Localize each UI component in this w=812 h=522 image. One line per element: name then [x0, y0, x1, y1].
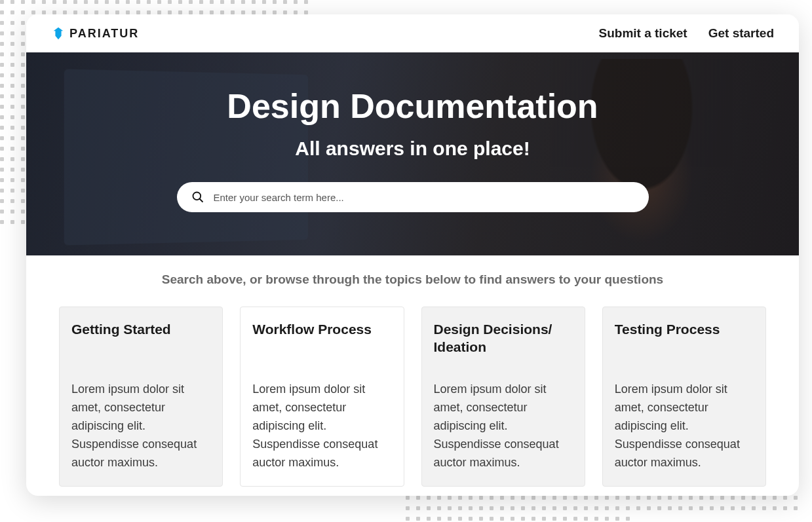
svg-point-0 [193, 193, 201, 200]
card-description: Lorem ipsum dolor sit amet, consectetur … [434, 381, 573, 472]
card-title: Workflow Process [252, 320, 391, 357]
header-bar: PARIATUR Submit a ticket Get started [26, 14, 799, 52]
nav-submit-ticket[interactable]: Submit a ticket [599, 26, 687, 41]
search-icon [191, 191, 204, 204]
nav-get-started[interactable]: Get started [708, 26, 774, 41]
nav-links: Submit a ticket Get started [599, 26, 774, 41]
content-section: Search above, or browse through the topi… [26, 255, 799, 496]
browser-window: PARIATUR Submit a ticket Get started Des… [26, 14, 799, 496]
card-title: Getting Started [71, 320, 210, 357]
hero-title: Design Documentation [227, 86, 598, 126]
card-testing-process[interactable]: Testing Process Lorem ipsum dolor sit am… [602, 307, 766, 487]
search-input[interactable] [214, 192, 634, 203]
logo-icon [51, 26, 66, 41]
topic-cards: Getting Started Lorem ipsum dolor sit am… [59, 307, 766, 487]
card-description: Lorem ipsum dolor sit amet, consectetur … [252, 381, 391, 472]
svg-line-1 [199, 199, 203, 202]
hero-subtitle: All answers in one place! [295, 138, 530, 160]
search-bar[interactable] [177, 182, 649, 212]
card-description: Lorem ipsum dolor sit amet, consectetur … [71, 381, 210, 472]
card-design-decisions[interactable]: Design Decisions/ Ideation Lorem ipsum d… [421, 307, 585, 487]
hero-section: Design Documentation All answers in one … [26, 52, 799, 255]
card-description: Lorem ipsum dolor sit amet, consectetur … [615, 381, 754, 472]
helper-text: Search above, or browse through the topi… [59, 272, 766, 287]
card-title: Design Decisions/ Ideation [434, 320, 573, 357]
brand-logo[interactable]: PARIATUR [51, 26, 139, 41]
logo-text: PARIATUR [69, 27, 139, 41]
card-title: Testing Process [615, 320, 754, 357]
card-getting-started[interactable]: Getting Started Lorem ipsum dolor sit am… [59, 307, 223, 487]
card-workflow-process[interactable]: Workflow Process Lorem ipsum dolor sit a… [240, 307, 404, 487]
